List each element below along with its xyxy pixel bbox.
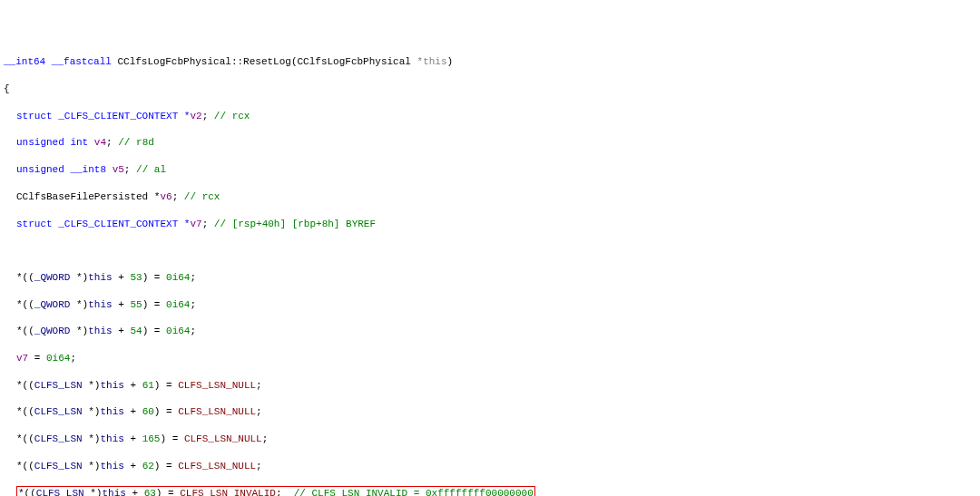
stmt-assign: *((_QWORD *)this + 55) = 0i64; (4, 298, 976, 312)
decl-v5: unsigned __int8 v5; // al (4, 163, 976, 177)
kw-fastcall: __fastcall (52, 56, 112, 67)
kw-int64: __int64 (4, 56, 45, 67)
decl-v7: struct _CLFS_CLIENT_CONTEXT *v7; // [rsp… (4, 218, 976, 231)
stmt-assign: *((CLFS_LSN *)this + 61) = CLFS_LSN_NULL… (4, 379, 976, 393)
stmt-highlighted: *((CLFS_LSN *)this + 63) = CLFS_LSN_INVA… (4, 486, 976, 496)
brace-open: { (4, 83, 976, 96)
decl-v6: CClfsBaseFilePersisted *v6; // rcx (4, 190, 976, 204)
decl-v2: struct _CLFS_CLIENT_CONTEXT *v2; // rcx (4, 110, 976, 123)
decl-v4: unsigned int v4; // r8d (4, 136, 976, 150)
cls-name: CClfsLogFcbPhysical (117, 56, 230, 67)
param-name: *this (417, 56, 447, 67)
stmt-assign: *((CLFS_LSN *)this + 165) = CLFS_LSN_NUL… (4, 433, 976, 446)
redbox-lsn-invalid: *((CLFS_LSN *)this + 63) = CLFS_LSN_INVA… (16, 486, 535, 496)
blank (4, 244, 976, 258)
code-line: __int64 __fastcall CClfsLogFcbPhysical::… (4, 55, 976, 69)
stmt-assign: *((CLFS_LSN *)this + 62) = CLFS_LSN_NULL… (4, 460, 976, 473)
stmt-assign: *((_QWORD *)this + 53) = 0i64; (4, 271, 976, 285)
stmt-assign: v7 = 0i64; (4, 352, 976, 365)
param-type: CClfsLogFcbPhysical (298, 56, 411, 67)
fn-name: ResetLog (243, 56, 291, 67)
stmt-assign: *((_QWORD *)this + 54) = 0i64; (4, 325, 976, 338)
stmt-assign: *((CLFS_LSN *)this + 60) = CLFS_LSN_NULL… (4, 405, 976, 419)
